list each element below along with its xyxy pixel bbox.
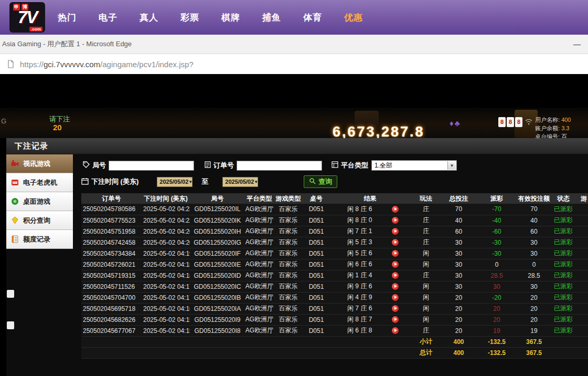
result-text: 闲 7 庄 6 bbox=[347, 305, 372, 312]
cell-game: 百家乐 bbox=[274, 325, 303, 336]
cell-bet-on: 庄 bbox=[410, 226, 442, 237]
table-row: 2505020456770672025-05-02 04:15:04GD0512… bbox=[81, 325, 588, 336]
nav-item[interactable]: 热门 bbox=[58, 12, 77, 24]
play-video-icon[interactable] bbox=[392, 206, 399, 213]
play-video-icon[interactable] bbox=[392, 250, 399, 257]
date-to-select[interactable]: 2025/05/02▼ bbox=[222, 177, 258, 187]
cell-result: 闲 8 庄 0 bbox=[330, 215, 410, 226]
sidebar-item-video-games[interactable]: 视讯游戏 bbox=[6, 154, 73, 173]
document-icon bbox=[205, 161, 211, 170]
platform-type-select[interactable]: 1.全部 ▼ bbox=[371, 160, 457, 171]
cell-table: D051 bbox=[303, 259, 330, 270]
sidebar-item-table-games[interactable]: 桌面游戏 bbox=[6, 192, 73, 211]
column-header-time: 下注时间 (美东) bbox=[142, 193, 190, 204]
cell-table: D051 bbox=[303, 325, 330, 336]
cell-result: 闲 5 庄 6 bbox=[330, 248, 410, 259]
result-text: 闲 9 庄 6 bbox=[347, 283, 372, 290]
cell-payout: -60 bbox=[476, 226, 518, 237]
play-video-icon[interactable] bbox=[392, 239, 399, 246]
search-button[interactable]: 查询 bbox=[304, 175, 337, 188]
cell-platform bbox=[245, 347, 274, 358]
nav-item[interactable]: 彩票 bbox=[180, 12, 199, 24]
cell-status: 已派彩 bbox=[550, 281, 576, 292]
play-video-icon[interactable] bbox=[392, 228, 399, 235]
play-video-icon[interactable] bbox=[392, 316, 399, 323]
subtotal-row: 小计400-132.5367.5 bbox=[81, 336, 588, 347]
column-header-result: 结果 bbox=[330, 193, 410, 204]
cell-time: 2025-05-02 04:15:29 bbox=[142, 314, 190, 325]
cell-time: 2025-05-02 04:22:37 bbox=[142, 215, 190, 226]
cell-total-bet: 30 bbox=[442, 270, 476, 281]
cell-bet-on: 闲 bbox=[410, 281, 442, 292]
cell-time: 2025-05-02 04:17:44 bbox=[142, 281, 190, 292]
nav-item[interactable]: 电子 bbox=[99, 12, 117, 24]
cell-game: 百家乐 bbox=[274, 259, 303, 270]
cell-order bbox=[81, 347, 142, 358]
url-path: /agingame/pcv1/index.jsp? bbox=[100, 60, 194, 69]
sidebar-item-quota-records[interactable]: 额度记录 bbox=[6, 230, 73, 249]
cell-bet-on: 小计 bbox=[410, 336, 442, 347]
play-video-icon[interactable] bbox=[392, 272, 399, 279]
browser-titlebar: Asia Gaming - 用户配置 1 - Microsoft Edge — bbox=[0, 35, 588, 54]
play-video-icon[interactable] bbox=[392, 261, 399, 268]
cell-status: 已派彩 bbox=[550, 237, 576, 248]
cell-payout: 20 bbox=[476, 303, 518, 314]
play-video-icon[interactable] bbox=[392, 283, 399, 290]
cell-total-bet: 30 bbox=[442, 248, 476, 259]
play-video-icon[interactable] bbox=[392, 294, 399, 301]
cell-game: 百家乐 bbox=[274, 303, 303, 314]
cell-total-bet: 30 bbox=[442, 259, 476, 270]
cell-valid-bet: 30 bbox=[518, 281, 550, 292]
cell-status: 已派彩 bbox=[550, 292, 576, 303]
cell-time: 2025-05-02 04:20:02 bbox=[142, 237, 190, 248]
sidebar-item-points-query[interactable]: 积分查询 bbox=[6, 211, 73, 230]
cell-total-bet: 30 bbox=[442, 281, 476, 292]
minimize-button[interactable]: — bbox=[573, 40, 581, 48]
cell-order: 250502045751958 bbox=[81, 226, 142, 237]
gem-icon bbox=[10, 216, 19, 225]
sidebar-item-label: 额度记录 bbox=[23, 235, 50, 244]
result-text: 闲 6 庄 8 bbox=[347, 327, 372, 334]
round-number-input[interactable] bbox=[109, 161, 194, 171]
column-header-table: 桌号 bbox=[303, 193, 330, 204]
cell-time: 2025-05-02 04:17:12 bbox=[142, 292, 190, 303]
cell-result: 闲 8 庄 6 bbox=[330, 204, 410, 215]
site-logo[interactable]: 申 博 7V .com bbox=[9, 2, 45, 33]
cell-time: 2025-05-02 04:18:21 bbox=[142, 270, 190, 281]
cell-total-bet: 400 bbox=[442, 336, 476, 347]
cell-time: 2025-05-02 04:20:47 bbox=[142, 226, 190, 237]
page-icon bbox=[6, 60, 15, 68]
nav-item[interactable]: 真人 bbox=[140, 12, 158, 24]
cell-extra bbox=[576, 281, 588, 292]
cell-extra bbox=[576, 292, 588, 303]
nav-item[interactable]: 棋牌 bbox=[221, 12, 240, 24]
chevron-down-icon: ▼ bbox=[254, 180, 258, 184]
playing-card: 8 bbox=[507, 117, 514, 127]
filter-row-1: 局号 订单号 平台类型 1.全部 bbox=[83, 160, 457, 171]
play-video-icon[interactable] bbox=[392, 217, 399, 224]
table-row: 2505020456826262025-05-02 04:15:29GD0512… bbox=[81, 314, 588, 325]
play-video-icon[interactable] bbox=[392, 327, 399, 334]
cell-total-bet: 70 bbox=[442, 204, 476, 215]
cell-platform: AG欧洲厅 bbox=[245, 259, 274, 270]
cell-extra bbox=[576, 226, 588, 237]
date-from-select[interactable]: 2025/05/02▼ bbox=[157, 177, 193, 187]
cell-bet-on: 庄 bbox=[410, 325, 442, 336]
cell-status bbox=[550, 336, 576, 347]
cell-platform bbox=[245, 336, 274, 347]
play-video-icon[interactable] bbox=[392, 305, 399, 312]
sidebar-item-slots[interactable]: 777 电子老虎机 bbox=[6, 173, 73, 192]
bet-records-table: 订单号下注时间 (美东)局号平台类型游戏类型桌号结果玩法总投注派彩有效投注额状态… bbox=[81, 193, 588, 359]
address-url[interactable]: https://gci.7vvvvvv.com/agingame/pcv1/in… bbox=[20, 60, 194, 69]
nav-item[interactable]: 体育 bbox=[303, 12, 322, 24]
cell-status: 已派彩 bbox=[550, 204, 576, 215]
sidebar-item-label: 电子老虎机 bbox=[23, 178, 57, 187]
modal-body: 视讯游戏 777 电子老虎机 桌面游戏 bbox=[6, 154, 588, 376]
nav-item[interactable]: 捕鱼 bbox=[262, 12, 281, 24]
order-number-input[interactable] bbox=[237, 161, 322, 171]
cell-order: 250502045677067 bbox=[81, 325, 142, 336]
cell-result bbox=[330, 347, 410, 358]
nav-item[interactable]: 优惠 bbox=[344, 12, 363, 24]
cell-result: 闲 7 庄 6 bbox=[330, 303, 410, 314]
cell-platform: AG欧洲厅 bbox=[245, 204, 274, 215]
